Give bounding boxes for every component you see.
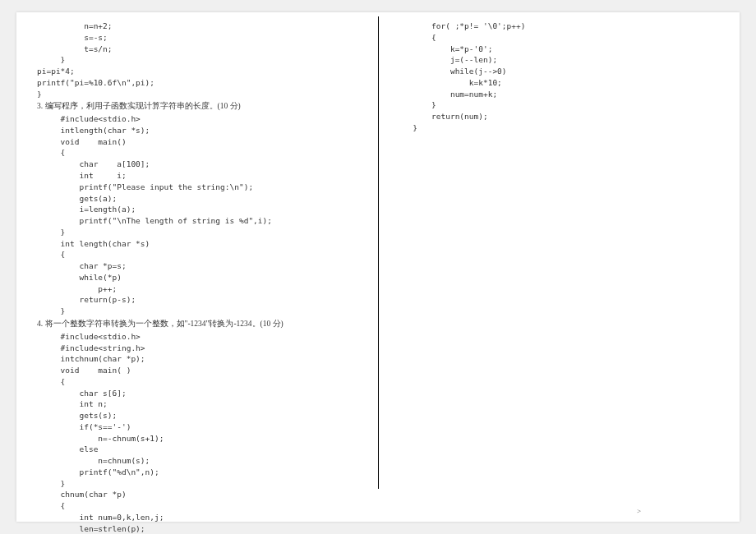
right-column: for( ;*p!= '\0';p++) { k=*p-'0'; j=(--le… xyxy=(378,12,740,522)
question-4-title: 4. 将一个整数字符串转换为一个整数，如"-1234"转换为-1234。(10 … xyxy=(37,319,357,329)
column-separator xyxy=(378,16,379,489)
code-block-1: n=n+2; s=-s; t=s/n; } pi=pi*4; printf("p… xyxy=(37,21,357,99)
page-number: > xyxy=(637,507,641,515)
code-block-right: for( ;*p!= '\0';p++) { k=*p-'0'; j=(--le… xyxy=(399,21,719,134)
question-3-code: #include<stdio.h> intlength(char *s); vo… xyxy=(37,113,357,317)
question-3-title: 3. 编写程序，利用子函数实现计算字符串的长度。(10 分) xyxy=(37,101,357,112)
left-column: n=n+2; s=-s; t=s/n; } pi=pi*4; printf("p… xyxy=(16,12,378,522)
document-page: n=n+2; s=-s; t=s/n; } pi=pi*4; printf("p… xyxy=(16,12,740,522)
question-4-code: #include<stdio.h> #include<string.h> int… xyxy=(37,331,357,534)
